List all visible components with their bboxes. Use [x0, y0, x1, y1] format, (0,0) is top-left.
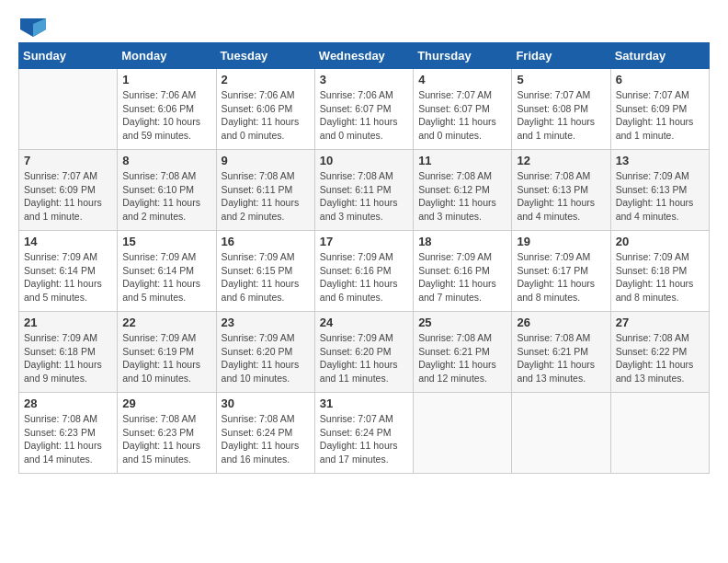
calendar-cell: 8Sunrise: 7:08 AMSunset: 6:10 PMDaylight… — [118, 150, 216, 231]
calendar-cell — [19, 69, 118, 150]
day-number: 19 — [517, 235, 605, 248]
day-info: Sunrise: 7:09 AMSunset: 6:19 PMDaylight:… — [122, 331, 210, 385]
day-info: Sunrise: 7:09 AMSunset: 6:14 PMDaylight:… — [122, 250, 210, 304]
calendar-cell: 24Sunrise: 7:09 AMSunset: 6:20 PMDayligh… — [314, 312, 413, 393]
day-info: Sunrise: 7:08 AMSunset: 6:11 PMDaylight:… — [320, 169, 408, 224]
day-number: 31 — [320, 396, 408, 410]
day-info: Sunrise: 7:08 AMSunset: 6:10 PMDaylight:… — [122, 169, 210, 224]
day-number: 9 — [222, 154, 310, 167]
calendar-cell: 25Sunrise: 7:08 AMSunset: 6:21 PMDayligh… — [414, 312, 512, 393]
calendar-cell: 31Sunrise: 7:07 AMSunset: 6:24 PMDayligh… — [314, 393, 413, 474]
calendar-week-row: 21Sunrise: 7:09 AMSunset: 6:18 PMDayligh… — [19, 312, 710, 393]
day-info: Sunrise: 7:07 AMSunset: 6:24 PMDaylight:… — [320, 412, 408, 466]
logo — [18, 18, 46, 33]
day-info: Sunrise: 7:06 AMSunset: 6:06 PMDaylight:… — [122, 88, 210, 143]
calendar-cell: 10Sunrise: 7:08 AMSunset: 6:11 PMDayligh… — [314, 150, 413, 231]
day-number: 11 — [418, 154, 506, 167]
calendar-cell: 28Sunrise: 7:08 AMSunset: 6:23 PMDayligh… — [19, 393, 118, 474]
weekday-header-monday: Monday — [118, 43, 216, 69]
calendar-cell: 15Sunrise: 7:09 AMSunset: 6:14 PMDayligh… — [118, 231, 216, 312]
day-info: Sunrise: 7:08 AMSunset: 6:22 PMDaylight:… — [616, 331, 704, 385]
day-number: 29 — [122, 396, 210, 410]
page-header — [18, 18, 710, 33]
day-number: 3 — [320, 73, 408, 86]
day-info: Sunrise: 7:09 AMSunset: 6:17 PMDaylight:… — [517, 250, 605, 304]
calendar-cell: 2Sunrise: 7:06 AMSunset: 6:06 PMDaylight… — [216, 69, 314, 150]
calendar-cell: 22Sunrise: 7:09 AMSunset: 6:19 PMDayligh… — [118, 312, 216, 393]
calendar-cell: 14Sunrise: 7:09 AMSunset: 6:14 PMDayligh… — [19, 231, 118, 312]
calendar-table: SundayMondayTuesdayWednesdayThursdayFrid… — [18, 42, 710, 474]
calendar-week-row: 7Sunrise: 7:07 AMSunset: 6:09 PMDaylight… — [19, 150, 710, 231]
calendar-cell: 30Sunrise: 7:08 AMSunset: 6:24 PMDayligh… — [216, 393, 314, 474]
day-info: Sunrise: 7:09 AMSunset: 6:13 PMDaylight:… — [616, 169, 704, 224]
day-number: 18 — [418, 235, 506, 248]
day-number: 4 — [418, 73, 506, 86]
day-info: Sunrise: 7:08 AMSunset: 6:21 PMDaylight:… — [517, 331, 605, 385]
calendar-cell: 21Sunrise: 7:09 AMSunset: 6:18 PMDayligh… — [19, 312, 118, 393]
calendar-cell: 18Sunrise: 7:09 AMSunset: 6:16 PMDayligh… — [414, 231, 512, 312]
day-info: Sunrise: 7:07 AMSunset: 6:09 PMDaylight:… — [24, 169, 112, 224]
day-number: 8 — [122, 154, 210, 167]
calendar-cell: 23Sunrise: 7:09 AMSunset: 6:20 PMDayligh… — [216, 312, 314, 393]
day-number: 16 — [222, 235, 310, 248]
day-number: 27 — [616, 316, 704, 329]
day-info: Sunrise: 7:09 AMSunset: 6:14 PMDaylight:… — [24, 250, 112, 304]
calendar-cell: 7Sunrise: 7:07 AMSunset: 6:09 PMDaylight… — [19, 150, 118, 231]
day-info: Sunrise: 7:08 AMSunset: 6:23 PMDaylight:… — [122, 412, 210, 466]
calendar-cell — [512, 393, 610, 474]
day-info: Sunrise: 7:09 AMSunset: 6:20 PMDaylight:… — [222, 331, 310, 385]
day-info: Sunrise: 7:08 AMSunset: 6:23 PMDaylight:… — [24, 412, 112, 466]
day-info: Sunrise: 7:08 AMSunset: 6:12 PMDaylight:… — [418, 169, 506, 224]
logo-flag-icon — [20, 18, 46, 37]
day-number: 25 — [418, 316, 506, 329]
calendar-cell: 12Sunrise: 7:08 AMSunset: 6:13 PMDayligh… — [512, 150, 610, 231]
calendar-cell: 29Sunrise: 7:08 AMSunset: 6:23 PMDayligh… — [118, 393, 216, 474]
calendar-cell: 9Sunrise: 7:08 AMSunset: 6:11 PMDaylight… — [216, 150, 314, 231]
weekday-header-wednesday: Wednesday — [314, 43, 413, 69]
calendar-cell: 26Sunrise: 7:08 AMSunset: 6:21 PMDayligh… — [512, 312, 610, 393]
day-info: Sunrise: 7:09 AMSunset: 6:20 PMDaylight:… — [320, 331, 408, 385]
weekday-header-friday: Friday — [512, 43, 610, 69]
day-number: 13 — [616, 154, 704, 167]
day-number: 1 — [122, 73, 210, 86]
day-info: Sunrise: 7:08 AMSunset: 6:13 PMDaylight:… — [517, 169, 605, 224]
day-info: Sunrise: 7:09 AMSunset: 6:15 PMDaylight:… — [222, 250, 310, 304]
day-info: Sunrise: 7:07 AMSunset: 6:08 PMDaylight:… — [517, 88, 605, 143]
day-number: 6 — [616, 73, 704, 86]
day-number: 24 — [320, 316, 408, 329]
calendar-cell: 17Sunrise: 7:09 AMSunset: 6:16 PMDayligh… — [314, 231, 413, 312]
day-number: 22 — [122, 316, 210, 329]
day-number: 12 — [517, 154, 605, 167]
day-number: 10 — [320, 154, 408, 167]
weekday-header-sunday: Sunday — [19, 43, 118, 69]
day-info: Sunrise: 7:08 AMSunset: 6:21 PMDaylight:… — [418, 331, 506, 385]
day-number: 7 — [24, 154, 112, 167]
day-info: Sunrise: 7:08 AMSunset: 6:24 PMDaylight:… — [222, 412, 310, 466]
calendar-cell: 20Sunrise: 7:09 AMSunset: 6:18 PMDayligh… — [610, 231, 709, 312]
calendar-week-row: 14Sunrise: 7:09 AMSunset: 6:14 PMDayligh… — [19, 231, 710, 312]
calendar-cell: 1Sunrise: 7:06 AMSunset: 6:06 PMDaylight… — [118, 69, 216, 150]
calendar-cell: 11Sunrise: 7:08 AMSunset: 6:12 PMDayligh… — [414, 150, 512, 231]
day-info: Sunrise: 7:09 AMSunset: 6:16 PMDaylight:… — [320, 250, 408, 304]
calendar-week-row: 28Sunrise: 7:08 AMSunset: 6:23 PMDayligh… — [19, 393, 710, 474]
weekday-header-saturday: Saturday — [610, 43, 709, 69]
calendar-cell: 13Sunrise: 7:09 AMSunset: 6:13 PMDayligh… — [610, 150, 709, 231]
calendar-cell — [610, 393, 709, 474]
day-info: Sunrise: 7:09 AMSunset: 6:18 PMDaylight:… — [616, 250, 704, 304]
calendar-cell: 27Sunrise: 7:08 AMSunset: 6:22 PMDayligh… — [610, 312, 709, 393]
calendar-header-row: SundayMondayTuesdayWednesdayThursdayFrid… — [19, 43, 710, 69]
calendar-cell: 3Sunrise: 7:06 AMSunset: 6:07 PMDaylight… — [314, 69, 413, 150]
day-number: 26 — [517, 316, 605, 329]
day-number: 28 — [24, 396, 112, 410]
weekday-header-tuesday: Tuesday — [216, 43, 314, 69]
weekday-header-thursday: Thursday — [414, 43, 512, 69]
day-number: 2 — [222, 73, 310, 86]
day-number: 21 — [24, 316, 112, 329]
day-number: 17 — [320, 235, 408, 248]
calendar-cell — [414, 393, 512, 474]
day-number: 30 — [222, 396, 310, 410]
day-number: 20 — [616, 235, 704, 248]
day-number: 14 — [24, 235, 112, 248]
day-info: Sunrise: 7:09 AMSunset: 6:16 PMDaylight:… — [418, 250, 506, 304]
day-info: Sunrise: 7:09 AMSunset: 6:18 PMDaylight:… — [24, 331, 112, 385]
